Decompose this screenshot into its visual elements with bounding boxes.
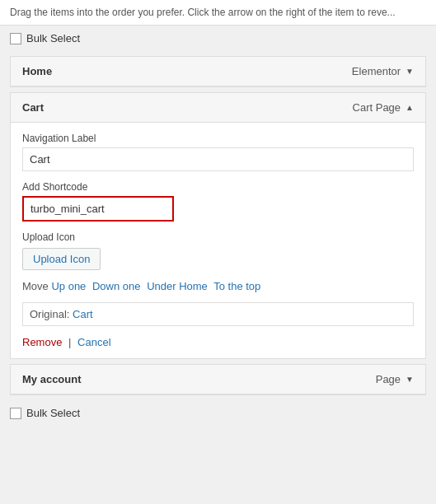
original-value-link[interactable]: Cart — [73, 308, 93, 320]
top-bulk-select-row: Bulk Select — [0, 26, 436, 51]
action-row: Remove | Cancel — [22, 336, 414, 348]
instruction-bar: Drag the items into the order you prefer… — [0, 0, 436, 26]
shortcode-input[interactable] — [24, 198, 172, 220]
upload-icon-button[interactable]: Upload Icon — [22, 248, 101, 270]
menu-item-my-account: My account Page ▼ — [10, 364, 426, 395]
instruction-text: Drag the items into the order you prefer… — [10, 7, 396, 18]
nav-label-label: Navigation Label — [22, 133, 414, 144]
chevron-down-icon: ▼ — [406, 67, 414, 76]
menu-item-home-title: Home — [22, 65, 52, 77]
menu-item-cart-header[interactable]: Cart Cart Page ▲ — [11, 93, 425, 123]
bulk-select-checkbox[interactable] — [10, 33, 21, 44]
menu-item-my-account-title: My account — [22, 373, 82, 385]
nav-label-group: Navigation Label — [22, 133, 414, 171]
menu-item-home-right: Elementor ▼ — [352, 65, 414, 77]
bottom-bulk-select-checkbox[interactable] — [10, 408, 21, 419]
move-to-top-link[interactable]: To the top — [213, 280, 260, 292]
menu-item-cart: Cart Cart Page ▲ Navigation Label Add Sh… — [10, 92, 426, 359]
upload-icon-label: Upload Icon — [22, 231, 414, 243]
chevron-up-icon: ▲ — [406, 103, 414, 112]
original-row: Original: Cart — [22, 302, 414, 326]
move-up-one-link[interactable]: Up one — [51, 280, 86, 292]
menu-item-cart-body: Navigation Label Add Shortcode Upload Ic… — [11, 123, 425, 358]
bottom-bulk-select-label: Bulk Select — [26, 407, 80, 419]
chevron-down-icon-2: ▼ — [406, 375, 414, 384]
remove-link[interactable]: Remove — [22, 336, 62, 348]
bottom-bulk-select-row: Bulk Select — [0, 400, 436, 426]
shortcode-group: Add Shortcode — [22, 181, 414, 222]
menu-item-home-type: Elementor — [352, 65, 401, 77]
nav-label-input[interactable] — [22, 147, 414, 171]
menu-item-my-account-header[interactable]: My account Page ▼ — [11, 365, 425, 394]
action-separator: | — [68, 336, 71, 348]
shortcode-input-wrapper — [22, 196, 174, 222]
menu-item-home-header[interactable]: Home Elementor ▼ — [11, 57, 425, 86]
cancel-link[interactable]: Cancel — [77, 336, 110, 348]
move-under-home-link[interactable]: Under Home — [147, 280, 208, 292]
original-box: Original: Cart — [22, 302, 414, 326]
menu-item-my-account-right: Page ▼ — [376, 373, 414, 385]
bulk-select-label: Bulk Select — [26, 32, 80, 44]
menu-item-cart-type: Cart Page — [353, 101, 401, 114]
menu-item-my-account-type: Page — [376, 373, 401, 385]
original-label: Original: — [30, 308, 69, 320]
upload-icon-section: Upload Icon Upload Icon — [22, 231, 414, 270]
menu-item-home: Home Elementor ▼ — [10, 56, 426, 87]
shortcode-label: Add Shortcode — [22, 181, 414, 193]
menu-item-cart-right: Cart Page ▲ — [353, 101, 414, 114]
menu-item-cart-title: Cart — [22, 101, 44, 114]
move-label: Move — [22, 280, 49, 292]
move-row: Move Up one Down one Under Home To the t… — [22, 280, 414, 292]
move-down-one-link[interactable]: Down one — [92, 280, 141, 292]
